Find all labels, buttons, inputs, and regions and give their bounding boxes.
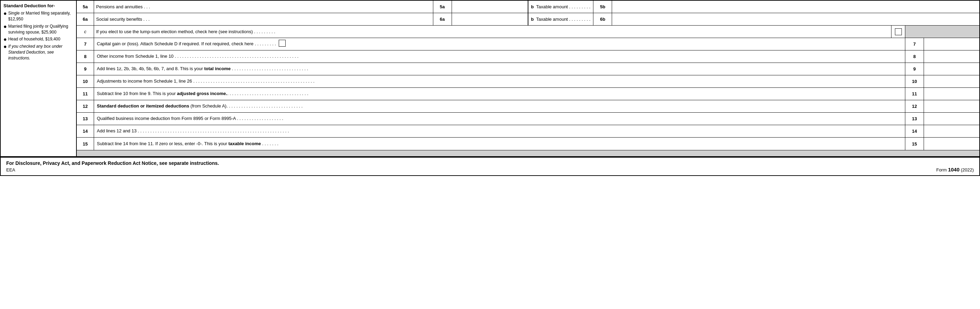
row-12-label: Standard deduction or itemized deduction… [94, 100, 905, 113]
row-15-label: Subtract line 14 from line 11. If zero o… [94, 138, 905, 150]
sidebar-item-single: ● Single or Married filing separately, $… [3, 10, 73, 22]
row-5a-sub-num: 5a [433, 1, 452, 13]
row-6a-right: b Taxable amount . . . . . . . . . 6b [528, 13, 980, 25]
row-5a-num: 5a [77, 1, 94, 13]
row-7-label: Capital gain or (loss). Attach Schedule … [94, 38, 905, 50]
row-11: 11 Subtract line 10 from line 9. This is… [77, 88, 979, 100]
row-5a-b-label-text: b Taxable amount . . . . . . . . . [531, 4, 591, 10]
footer-form-num: 1040 [948, 166, 959, 173]
sidebar-title: Standard Deduction for- [3, 3, 73, 9]
row-11-answer-num: 11 [905, 88, 924, 100]
row-8: 8 Other income from Schedule 1, line 10 … [77, 51, 979, 63]
bullet-icon: ● [3, 36, 7, 42]
row-10-answer[interactable] [924, 75, 979, 87]
row-5a-b-label: b Taxable amount . . . . . . . . . [528, 1, 593, 13]
sidebar-item-head: ● Head of household, $19,400 [3, 36, 73, 42]
row-8-num: 8 [77, 51, 94, 63]
row-8-answer-num: 8 [905, 51, 924, 63]
footer-form-label: Form [936, 167, 947, 173]
row-5a-label-text: Pensions and annuities . . . [96, 4, 150, 10]
row-7-checkbox-cell [279, 40, 286, 48]
row-5a-label: Pensions and annuities . . . [94, 1, 433, 13]
row-8-label-text: Other income from Schedule 1, line 10 . … [97, 53, 298, 59]
row-c-checkbox[interactable] [895, 29, 902, 35]
row-15-answer-num: 15 [905, 138, 924, 150]
row-7-answer[interactable]: Form 1040 Page 2 Line 11 [924, 38, 979, 50]
bullet-icon: ● [3, 24, 7, 29]
row-12-answer-num: 12 [905, 100, 924, 113]
row-6a-sub-num: 6a [433, 13, 452, 25]
row-5b-num: 5b [593, 1, 612, 13]
row-5a: 5a Pensions and annuities . . . 5a b Tax… [77, 1, 979, 13]
row-11-answer[interactable] [924, 88, 979, 100]
row-c-checkbox-cell [891, 25, 905, 38]
disclosure-text: For Disclosure, Privacy Act, and Paperwo… [6, 160, 219, 166]
row-6a-num: 6a [77, 13, 94, 25]
row-11-num: 11 [77, 88, 94, 100]
row-14-answer[interactable] [924, 125, 979, 137]
footer-left: For Disclosure, Privacy Act, and Paperwo… [6, 160, 219, 173]
row-5a-input[interactable] [452, 1, 528, 13]
row-9: 9 Add lines 1z, 2b, 3b, 4b, 5b, 6b, 7, a… [77, 63, 979, 75]
sidebar: Standard Deduction for- ● Single or Marr… [1, 1, 77, 156]
bottom-shaded-strip [77, 150, 979, 156]
row-13-answer[interactable] [924, 113, 979, 125]
row-c-label-text: If you elect to use the lump-sum electio… [96, 29, 275, 34]
row-10-num: 10 [77, 75, 94, 87]
row-14-num: 14 [77, 125, 94, 137]
row-6a-b-label-text: b Taxable amount . . . . . . . . . [531, 17, 591, 22]
row-6a-b-label: b Taxable amount . . . . . . . . . [528, 13, 593, 25]
row-5b-input[interactable] [612, 1, 660, 13]
row-6b-num: 6b [593, 13, 612, 25]
row-9-label-text: Add lines 1z, 2b, 3b, 4b, 5b, 6b, 7, and… [97, 66, 308, 72]
row-10-label-text: Adjustments to income from Schedule 1, l… [97, 78, 314, 84]
row-14-answer-num: 14 [905, 125, 924, 137]
row-12-label-text: Standard deduction or itemized deduction… [97, 103, 302, 109]
row-13: 13 Qualified business income deduction f… [77, 113, 979, 125]
row-5a-left: 5a Pensions and annuities . . . 5a [77, 1, 528, 13]
form-1040-section: Standard Deduction for- ● Single or Marr… [0, 0, 980, 176]
row-5a-right: b Taxable amount . . . . . . . . . 5b [528, 1, 980, 13]
row-6a-label-text: Social security benefits . . . [96, 17, 150, 22]
sidebar-item-married-jointly-label: Married filing jointly or Qualifying sur… [8, 24, 73, 35]
row-12-num: 12 [77, 100, 94, 113]
row-6b-input[interactable] [612, 13, 660, 25]
footer-form-year: (2022) [961, 167, 974, 173]
row-12: 12 Standard deduction or itemized deduct… [77, 100, 979, 113]
sidebar-item-single-label: Single or Married filing separately, $12… [8, 10, 73, 22]
row-8-label: Other income from Schedule 1, line 10 . … [94, 51, 905, 63]
row-15-answer[interactable] [924, 138, 979, 150]
row-c-label: If you elect to use the lump-sum electio… [94, 25, 891, 38]
row-14: 14 Add lines 12 and 13 . . . . . . . . .… [77, 125, 979, 138]
row-9-answer-num: 9 [905, 63, 924, 75]
row-9-answer[interactable] [924, 63, 979, 75]
row-6a-label: Social security benefits . . . [94, 13, 433, 25]
sidebar-item-checked: ● If you checked any box under Standard … [3, 44, 73, 61]
row-10-label: Adjustments to income from Schedule 1, l… [94, 75, 905, 87]
row-10-answer-num: 10 [905, 75, 924, 87]
eea-text: EEA [6, 167, 219, 173]
row-7-num: 7 [77, 38, 94, 50]
row-15-num: 15 [77, 138, 94, 150]
bullet-icon: ● [3, 11, 7, 16]
row-13-num: 13 [77, 113, 94, 125]
row-c-shaded [905, 25, 979, 38]
footer: For Disclosure, Privacy Act, and Paperwo… [1, 157, 979, 175]
row-6a-input[interactable] [452, 13, 528, 25]
row-7: 7 Capital gain or (loss). Attach Schedul… [77, 38, 979, 51]
row-8-answer[interactable] [924, 51, 979, 63]
row-15: 15 Subtract line 14 from line 11. If zer… [77, 138, 979, 150]
main-content: 5a Pensions and annuities . . . 5a b Tax… [77, 1, 979, 156]
row-11-label: Subtract line 10 from line 9. This is yo… [94, 88, 905, 100]
row-13-label: Qualified business income deduction from… [94, 113, 905, 125]
top-rows: 5a Pensions and annuities . . . 5a b Tax… [77, 1, 979, 38]
row-14-label: Add lines 12 and 13 . . . . . . . . . . … [94, 125, 905, 137]
sidebar-item-married-jointly: ● Married filing jointly or Qualifying s… [3, 24, 73, 35]
row-7-checkbox[interactable] [279, 40, 286, 47]
row-6a-left: 6a Social security benefits . . . 6a [77, 13, 528, 25]
row-7-label-text: Capital gain or (loss). Attach Schedule … [97, 41, 276, 47]
sidebar-item-head-label: Head of household, $19,400 [8, 36, 60, 42]
row-12-answer[interactable] [924, 100, 979, 113]
row-7-answer-num: 7 [905, 38, 924, 50]
bullet-icon: ● [3, 44, 7, 49]
